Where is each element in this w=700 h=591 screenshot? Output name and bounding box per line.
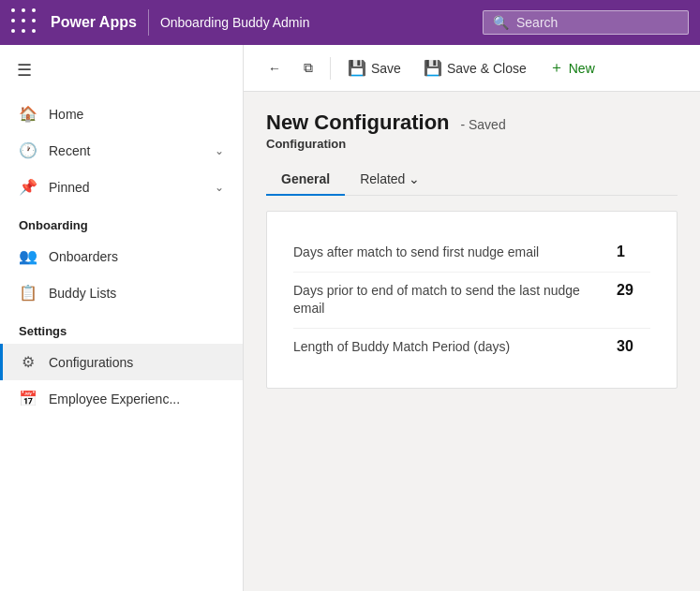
field-label-1: Days prior to end of match to send the l… — [293, 282, 594, 318]
open-record-button[interactable]: ⧉ — [294, 55, 322, 81]
waffle-menu[interactable] — [11, 8, 39, 37]
sidebar: ☰ 🏠 Home 🕐 Recent ⌄ 📌 Pinned ⌄ Onboardin… — [0, 45, 244, 591]
open-icon: ⧉ — [304, 60, 313, 76]
app-layout: ☰ 🏠 Home 🕐 Recent ⌄ 📌 Pinned ⌄ Onboardin… — [0, 45, 700, 591]
record-type: Configuration — [266, 137, 678, 151]
record-status: - Saved — [460, 117, 505, 132]
sidebar-item-label: Buddy Lists — [49, 286, 116, 301]
buddy-lists-icon: 📋 — [19, 284, 37, 302]
save-icon: 💾 — [348, 59, 366, 77]
save-close-label: Save & Close — [447, 61, 527, 76]
sidebar-item-label: Recent — [49, 143, 90, 158]
save-label: Save — [371, 61, 401, 76]
record-title: New Configuration — [266, 111, 450, 134]
section-title-onboarding: Onboarding — [0, 205, 243, 238]
new-label: New — [569, 61, 595, 76]
content-area: New Configuration - Saved Configuration … — [244, 92, 700, 591]
toolbar-divider — [330, 57, 331, 80]
back-button[interactable]: ← — [259, 56, 290, 81]
sidebar-item-recent[interactable]: 🕐 Recent ⌄ — [0, 132, 243, 169]
chevron-down-icon: ⌄ — [215, 144, 224, 157]
form-card: Days after match to send first nudge ema… — [266, 211, 678, 389]
chevron-down-icon: ⌄ — [409, 171, 420, 186]
form-row-0: Days after match to send first nudge ema… — [293, 234, 650, 273]
sidebar-item-label: Employee Experienc... — [49, 392, 180, 406]
main-area: ← ⧉ 💾 Save 💾 Save & Close ＋ New New Conf… — [244, 45, 700, 591]
field-value-1: 29 — [594, 282, 650, 299]
sidebar-item-label: Configurations — [49, 355, 133, 370]
sidebar-nav: 🏠 Home 🕐 Recent ⌄ 📌 Pinned ⌄ Onboarding … — [0, 96, 243, 432]
configurations-icon: ⚙ — [19, 353, 37, 371]
record-header: New Configuration - Saved Configuration — [266, 111, 678, 151]
field-value-0: 1 — [594, 244, 650, 260]
form-row-1: Days prior to end of match to send the l… — [293, 273, 650, 329]
sidebar-item-configurations[interactable]: ⚙ Configurations — [0, 344, 243, 380]
recent-icon: 🕐 — [19, 141, 37, 159]
sidebar-item-employee-experience[interactable]: 📅 Employee Experienc... — [0, 380, 243, 417]
chevron-down-icon: ⌄ — [215, 181, 224, 194]
field-label-0: Days after match to send first nudge ema… — [293, 244, 594, 262]
tab-related[interactable]: Related ⌄ — [345, 164, 435, 196]
hamburger-button[interactable]: ☰ — [0, 45, 243, 96]
search-box[interactable]: 🔍 — [483, 10, 689, 35]
toolbar: ← ⧉ 💾 Save 💾 Save & Close ＋ New — [244, 45, 700, 92]
sidebar-item-label: Home — [49, 107, 83, 122]
sidebar-item-label: Onboarders — [49, 249, 118, 264]
sidebar-item-home[interactable]: 🏠 Home — [0, 96, 243, 132]
save-close-button[interactable]: 💾 Save & Close — [414, 54, 536, 81]
sidebar-item-buddy-lists[interactable]: 📋 Buddy Lists — [0, 274, 243, 311]
home-icon: 🏠 — [19, 105, 37, 123]
save-close-icon: 💾 — [424, 59, 442, 77]
new-icon: ＋ — [549, 58, 564, 78]
sidebar-item-pinned[interactable]: 📌 Pinned ⌄ — [0, 169, 243, 205]
top-bar: Power Apps Onboarding Buddy Admin 🔍 — [0, 0, 700, 45]
top-divider — [148, 9, 149, 36]
app-name: Onboarding Buddy Admin — [160, 15, 310, 30]
app-title: Power Apps — [51, 14, 137, 31]
tabs: General Related ⌄ — [266, 164, 678, 196]
form-row-2: Length of Buddy Match Period (days) 30 — [293, 329, 650, 366]
sidebar-item-onboarders[interactable]: 👥 Onboarders — [0, 238, 243, 274]
back-icon: ← — [268, 61, 281, 76]
search-icon: 🔍 — [493, 15, 509, 30]
employee-experience-icon: 📅 — [19, 390, 37, 407]
field-value-2: 30 — [594, 338, 650, 355]
search-input[interactable] — [516, 15, 678, 30]
onboarders-icon: 👥 — [19, 247, 37, 265]
new-button[interactable]: ＋ New — [540, 53, 604, 82]
tab-general[interactable]: General — [266, 164, 345, 196]
save-button[interactable]: 💾 Save — [338, 54, 410, 81]
pin-icon: 📌 — [19, 178, 37, 196]
field-label-2: Length of Buddy Match Period (days) — [293, 338, 594, 357]
sidebar-item-label: Pinned — [49, 180, 90, 195]
section-title-settings: Settings — [0, 311, 243, 344]
